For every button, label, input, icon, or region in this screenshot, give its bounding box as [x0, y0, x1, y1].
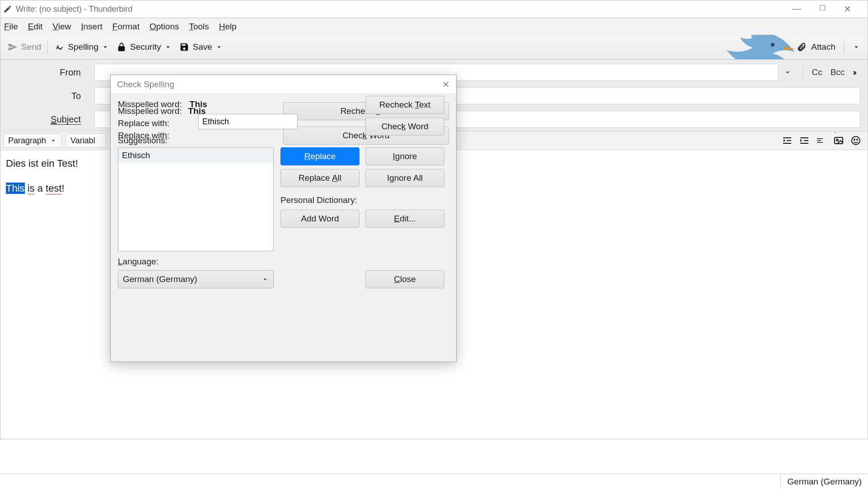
misspelled-word: is	[28, 183, 35, 195]
save-icon	[179, 42, 189, 52]
spelling-icon	[54, 42, 64, 52]
emoji-dropdown[interactable]	[850, 135, 861, 146]
subject-label: Subject	[0, 114, 94, 125]
menu-help[interactable]: Help	[219, 22, 237, 32]
spelling-label: Spelling	[68, 42, 98, 52]
thunderbird-logo	[705, 35, 795, 60]
window-title: Write: (no subject) - Thunderbird	[16, 5, 132, 14]
misspelled-word: test	[46, 183, 61, 195]
security-label: Security	[130, 42, 161, 52]
replace-with-label: Replace with:	[118, 118, 169, 128]
send-button[interactable]: Send	[5, 42, 44, 52]
language-select[interactable]: German (Germany)	[118, 270, 274, 288]
separator	[844, 40, 844, 54]
recheck-text-button[interactable]: Recheck Text	[365, 96, 444, 114]
spelling-button[interactable]: Spelling	[51, 42, 101, 52]
font-family-select[interactable]: Variabl	[65, 133, 106, 148]
send-icon	[8, 42, 18, 52]
titlebar: Write: (no subject) - Thunderbird — ☐ ✕	[0, 0, 868, 18]
personal-dict-label: Personal Dictionary:	[280, 195, 357, 205]
replace-with-input[interactable]	[198, 114, 298, 129]
spelling-dropdown[interactable]	[101, 43, 109, 51]
svg-point-4	[854, 139, 855, 140]
menu-tools[interactable]: Tools	[189, 22, 209, 32]
menu-options[interactable]: Options	[149, 22, 179, 32]
language-label: Language:	[118, 257, 159, 267]
bcc-button[interactable]: Bcc	[831, 67, 845, 77]
save-label: Save	[193, 42, 212, 52]
menu-insert[interactable]: Insert	[81, 22, 103, 32]
separator	[47, 40, 48, 54]
main-toolbar: Send Spelling Security Save Attach	[0, 35, 868, 60]
edit-dict-button[interactable]: Edit...	[365, 210, 444, 228]
security-dropdown[interactable]	[164, 43, 172, 51]
cc-button[interactable]: Cc	[812, 67, 822, 77]
from-label: From	[0, 67, 94, 78]
misspelled-value: This	[190, 99, 207, 109]
suggestions-label: Suggestions:	[118, 136, 168, 146]
svg-point-0	[771, 43, 775, 47]
suggestion-item[interactable]: Ethisch	[118, 148, 273, 163]
insert-image-dropdown[interactable]	[833, 135, 844, 146]
ignore-all-button[interactable]: Ignore All	[365, 169, 444, 187]
language-value: German (Germany)	[123, 274, 197, 284]
menubar: File Edit View Insert Format Options Too…	[0, 18, 868, 35]
menu-file[interactable]: File	[4, 22, 18, 32]
security-button[interactable]: Security	[114, 42, 164, 52]
paragraph-style-label: Paragraph	[8, 136, 46, 146]
replace-all-button[interactable]: Replace All	[280, 169, 359, 187]
separator	[803, 66, 803, 79]
save-button[interactable]: Save	[177, 42, 215, 52]
status-language[interactable]: German (Germany)	[780, 474, 862, 489]
add-word-button[interactable]: Add Word	[280, 210, 359, 228]
font-family-label: Variabl	[70, 136, 95, 146]
compose-icon	[3, 5, 12, 14]
attach-button[interactable]: Attach	[811, 42, 835, 52]
save-dropdown[interactable]	[215, 43, 223, 51]
selected-word: This	[6, 183, 25, 194]
close-window-button[interactable]: ✕	[844, 4, 851, 14]
dialog-title: Check Spelling	[117, 80, 174, 89]
svg-point-2	[836, 139, 838, 141]
check-word-button[interactable]: Check Word	[365, 118, 444, 136]
menu-format[interactable]: Format	[112, 22, 140, 32]
statusbar: German (Germany)	[0, 474, 868, 489]
outdent-icon[interactable]	[782, 135, 793, 146]
ignore-button[interactable]: Ignore	[365, 147, 444, 165]
more-recipients-icon[interactable]: ››	[853, 67, 855, 77]
indent-icon[interactable]	[799, 135, 810, 146]
close-dialog-button[interactable]: Close	[365, 270, 444, 288]
attach-dropdown[interactable]	[852, 43, 860, 51]
maximize-button[interactable]: ☐	[819, 4, 826, 14]
svg-point-5	[857, 139, 858, 140]
lock-icon	[117, 42, 126, 52]
misspelled-label: Misspelled word:	[118, 99, 182, 109]
minimize-button[interactable]: —	[792, 4, 801, 14]
to-label: To	[0, 91, 94, 101]
check-spelling-dialog: Check Spelling ✕ Misspelled word: This R…	[110, 75, 457, 362]
paperclip-icon	[797, 42, 807, 52]
from-dropdown[interactable]	[779, 68, 797, 76]
svg-point-3	[852, 136, 860, 145]
dialog-close-icon[interactable]: ✕	[442, 79, 450, 90]
send-label: Send	[21, 42, 41, 52]
menu-edit[interactable]: Edit	[28, 22, 43, 32]
paragraph-style-select[interactable]: Paragraph	[3, 133, 62, 148]
menu-view[interactable]: View	[52, 22, 71, 32]
align-dropdown[interactable]	[816, 135, 827, 146]
replace-button[interactable]: Replace	[280, 147, 359, 165]
